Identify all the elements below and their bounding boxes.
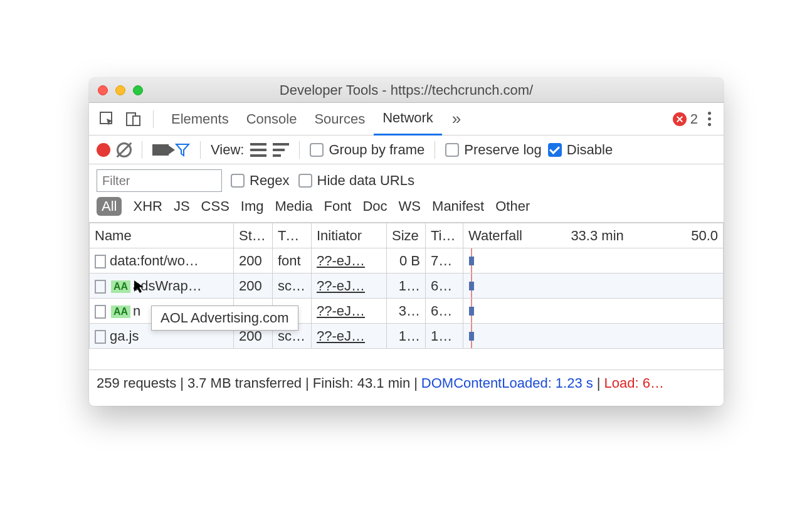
- type-filter-xhr[interactable]: XHR: [133, 198, 162, 215]
- error-icon: [673, 112, 687, 126]
- clear-icon: [117, 142, 132, 157]
- titlebar: Developer Tools - https://techcrunch.com…: [89, 78, 724, 103]
- settings-menu-button[interactable]: [703, 112, 716, 126]
- divider: [435, 141, 435, 159]
- file-icon: [95, 255, 106, 268]
- group-by-frame-option[interactable]: Group by frame: [310, 142, 424, 158]
- file-icon: [95, 330, 106, 344]
- cell-time: 6…: [426, 299, 463, 324]
- table-row[interactable]: data:font/wo…200font??-eJ…0 B7…: [90, 248, 724, 274]
- network-table-wrap: Name St… Ty… Initiator Size Ti… Waterfal…: [89, 223, 724, 369]
- cell-status: 200: [234, 248, 273, 274]
- regex-option[interactable]: Regex: [231, 173, 290, 189]
- col-time-header[interactable]: Ti…: [426, 223, 463, 248]
- type-filter-manifest[interactable]: Manifest: [432, 198, 484, 215]
- tab-elements[interactable]: Elements: [162, 103, 238, 135]
- checkbox-icon: [231, 174, 245, 188]
- filter-input[interactable]: [97, 169, 222, 192]
- network-toolbar: View: Group by frame Preserve log Disabl…: [89, 135, 724, 164]
- hide-data-urls-label: Hide data URLs: [317, 173, 414, 189]
- type-filter-font[interactable]: Font: [324, 198, 351, 215]
- checkbox-icon: [298, 174, 312, 188]
- cell-size: 3…: [387, 299, 426, 324]
- type-filter-media[interactable]: Media: [275, 198, 313, 215]
- cell-initiator: ??-eJ…: [312, 248, 387, 274]
- request-name: n: [133, 303, 140, 319]
- capture-screenshots-button[interactable]: [152, 144, 169, 156]
- cell-name: AAadsWrap…: [90, 274, 234, 299]
- tab-sources[interactable]: Sources: [305, 103, 374, 135]
- funnel-icon: [175, 142, 190, 157]
- tab-network[interactable]: Network: [374, 103, 442, 135]
- request-name: data:font/wo…: [110, 253, 199, 268]
- col-size-header[interactable]: Size: [387, 223, 426, 248]
- waterfall-label: Waterfall: [468, 228, 522, 244]
- list-icon: [250, 143, 266, 157]
- type-filter-ws[interactable]: WS: [399, 198, 421, 215]
- tracker-badge-icon: AA: [111, 305, 130, 318]
- file-icon: [95, 280, 106, 294]
- device-toolbar-icon[interactable]: [123, 109, 144, 130]
- record-icon: [97, 143, 110, 157]
- cell-time: 7…: [426, 248, 463, 274]
- regex-label: Regex: [250, 173, 290, 189]
- file-icon: [95, 305, 106, 319]
- cell-waterfall: [463, 324, 724, 349]
- status-requests: 259 requests: [97, 375, 176, 391]
- error-count-value: 2: [690, 111, 698, 127]
- cell-waterfall: [463, 274, 724, 299]
- inspect-element-icon[interactable]: [97, 109, 118, 130]
- cell-initiator: ??-eJ…: [312, 299, 387, 324]
- tabbar: ElementsConsoleSourcesNetwork » 2: [89, 103, 724, 135]
- hide-data-urls-option[interactable]: Hide data URLs: [298, 173, 414, 189]
- type-filter-other[interactable]: Other: [495, 198, 530, 215]
- view-label: View:: [211, 142, 244, 158]
- cell-name: data:font/wo…: [90, 248, 234, 274]
- svg-rect-2: [133, 116, 140, 125]
- col-status-header[interactable]: St…: [234, 223, 273, 248]
- col-type-header[interactable]: Ty…: [273, 223, 312, 248]
- cell-size: 1…: [387, 324, 426, 349]
- overview-icon: [273, 143, 289, 157]
- cell-type: font: [273, 248, 312, 274]
- tooltip: AOL Advertising.com: [151, 305, 298, 331]
- table-row[interactable]: AAadsWrap…200sc…??-eJ…1…6…: [90, 274, 724, 299]
- disable-cache-option[interactable]: Disable: [548, 142, 613, 158]
- clear-button[interactable]: [117, 142, 132, 157]
- window-title: Developer Tools - https://techcrunch.com…: [89, 82, 724, 98]
- col-initiator-header[interactable]: Initiator: [312, 223, 387, 248]
- preserve-log-option[interactable]: Preserve log: [445, 142, 542, 158]
- divider: [200, 141, 201, 159]
- tracker-badge-icon: AA: [111, 280, 130, 293]
- type-filter-all[interactable]: All: [97, 197, 122, 216]
- table-header-row: Name St… Ty… Initiator Size Ti… Waterfal…: [90, 223, 724, 248]
- type-filter-doc[interactable]: Doc: [362, 198, 387, 215]
- error-count[interactable]: 2: [673, 111, 698, 127]
- checkbox-icon: [445, 143, 459, 157]
- tabs-overflow-button[interactable]: »: [447, 109, 466, 129]
- record-button[interactable]: [97, 143, 110, 157]
- type-filter-bar: AllXHRJSCSSImgMediaFontDocWSManifestOthe…: [89, 194, 724, 223]
- request-name: ga.js: [110, 328, 139, 344]
- cell-waterfall: [463, 299, 724, 324]
- preserve-log-label: Preserve log: [464, 142, 542, 158]
- disable-cache-label: Disable: [567, 142, 613, 158]
- divider: [299, 141, 300, 159]
- camera-icon: [152, 144, 169, 156]
- type-filter-css[interactable]: CSS: [201, 198, 229, 215]
- tab-console[interactable]: Console: [238, 103, 306, 135]
- large-rows-button[interactable]: [250, 143, 266, 157]
- request-name: adsWrap…: [133, 278, 202, 294]
- filter-bar: Regex Hide data URLs: [89, 164, 724, 194]
- col-name-header[interactable]: Name: [90, 223, 234, 248]
- cell-time: 6…: [426, 274, 463, 299]
- filter-toggle-button[interactable]: [175, 142, 190, 157]
- cell-initiator: ??-eJ…: [312, 274, 387, 299]
- type-filter-js[interactable]: JS: [174, 198, 190, 215]
- col-waterfall-header[interactable]: Waterfall 33.3 min 50.0: [463, 223, 724, 248]
- cell-status: 200: [234, 274, 273, 299]
- status-load: Load: 6…: [604, 375, 664, 391]
- checkbox-icon: [310, 143, 324, 157]
- type-filter-img[interactable]: Img: [241, 198, 264, 215]
- overview-button[interactable]: [273, 143, 289, 157]
